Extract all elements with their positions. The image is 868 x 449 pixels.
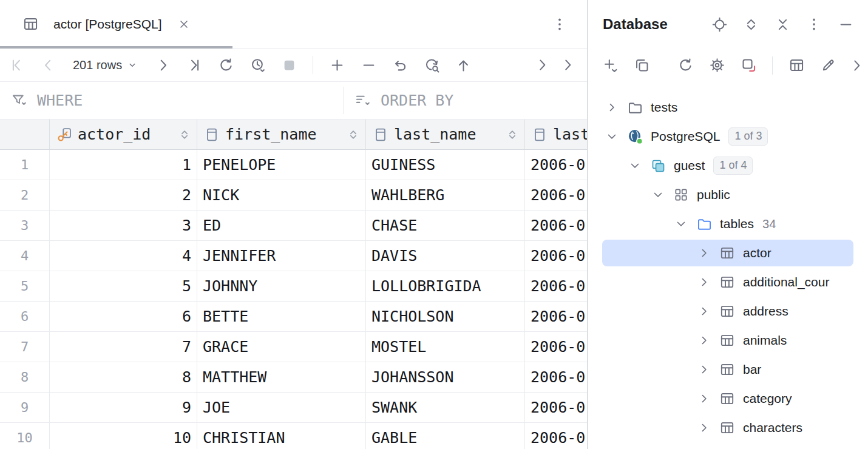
expand-all-button[interactable] — [737, 10, 765, 38]
cell-actor-id[interactable]: 4 — [50, 241, 197, 271]
duplicate-button[interactable] — [628, 52, 656, 79]
cell-last-name[interactable]: CHASE — [366, 211, 525, 240]
cell-last-update[interactable]: 2006-0 — [525, 332, 587, 362]
locate-in-tree-button[interactable] — [705, 10, 733, 38]
next-page-button[interactable] — [149, 51, 177, 79]
tree-item-guest[interactable]: guest 1 of 4 — [588, 151, 868, 180]
chevron-right-icon[interactable] — [696, 245, 713, 262]
cell-last-update[interactable]: 2006-0 — [525, 271, 587, 301]
cell-first-name[interactable]: CHRISTIAN — [197, 423, 366, 449]
toolbar-overflow-button[interactable] — [557, 51, 578, 79]
cell-first-name[interactable]: NICK — [197, 180, 366, 210]
cell-last-name[interactable]: SWANK — [366, 393, 525, 422]
tree-item-actor[interactable]: actor — [588, 238, 868, 268]
hide-tool-window-button[interactable] — [832, 10, 860, 38]
cell-first-name[interactable]: JOE — [197, 393, 366, 422]
cell-last-name[interactable]: WAHLBERG — [366, 180, 525, 210]
cell-last-name[interactable]: MOSTEL — [366, 332, 525, 362]
column-header-first-name[interactable]: first_name — [197, 120, 366, 149]
cell-actor-id[interactable]: 8 — [50, 362, 197, 392]
order-by-filter-input[interactable]: ORDER BY — [344, 82, 587, 119]
chevron-right-icon[interactable] — [603, 99, 620, 116]
cell-last-name[interactable]: JOHANSSON — [366, 362, 525, 392]
column-header-actor-id[interactable]: actor_id — [50, 120, 197, 149]
cell-actor-id[interactable]: 6 — [50, 302, 197, 331]
cell-first-name[interactable]: BETTE — [197, 302, 366, 331]
chevron-right-icon[interactable] — [696, 390, 713, 407]
table-view-button[interactable] — [782, 52, 810, 79]
row-number-cell[interactable]: 4 — [0, 241, 50, 271]
cell-last-update[interactable]: 2006-0 — [525, 423, 587, 449]
tree-item-bar[interactable]: bar — [588, 355, 868, 384]
cell-last-update[interactable]: 2006-0 — [525, 241, 587, 271]
cell-last-update[interactable]: 2006-0 — [525, 362, 587, 392]
tree-item-tables[interactable]: tables 34 — [588, 209, 868, 238]
cell-first-name[interactable]: ED — [197, 211, 366, 240]
cell-last-update[interactable]: 2006-0 — [525, 302, 587, 331]
delete-row-button[interactable] — [354, 51, 382, 79]
chevron-right-icon[interactable] — [696, 274, 713, 291]
chevron-right-icon[interactable] — [696, 419, 713, 436]
cell-first-name[interactable]: PENELOPE — [197, 150, 366, 180]
refresh-datasource-button[interactable] — [671, 52, 699, 79]
edit-button[interactable] — [814, 52, 842, 79]
cell-actor-id[interactable]: 1 — [50, 150, 197, 180]
cell-last-name[interactable]: DAVIS — [366, 241, 525, 271]
settings-button[interactable] — [703, 52, 731, 79]
cell-actor-id[interactable]: 3 — [50, 211, 197, 240]
last-page-button[interactable] — [180, 51, 208, 79]
row-number-cell[interactable]: 7 — [0, 332, 50, 362]
first-page-button[interactable] — [2, 51, 30, 79]
add-row-button[interactable] — [323, 51, 351, 79]
cell-actor-id[interactable]: 9 — [50, 393, 197, 422]
close-icon[interactable] — [178, 18, 190, 30]
stop-button[interactable] — [275, 51, 303, 79]
column-header-last-update[interactable]: last_update — [525, 120, 587, 149]
tree-item-characters[interactable]: characters — [588, 413, 868, 442]
row-number-cell[interactable]: 9 — [0, 393, 50, 422]
cell-last-update[interactable]: 2006-0 — [525, 150, 587, 180]
cell-first-name[interactable]: GRACE — [197, 332, 366, 362]
submit-button[interactable] — [449, 51, 477, 79]
tree-item-category[interactable]: category — [588, 384, 868, 413]
row-number-cell[interactable]: 5 — [0, 271, 50, 301]
tab-actor-postgresql[interactable]: actor [PostgreSQL] — [0, 0, 200, 48]
tree-item-public[interactable]: public — [588, 180, 868, 209]
cell-last-name[interactable]: GUINESS — [366, 150, 525, 180]
chevron-right-icon[interactable] — [696, 303, 713, 320]
column-header-last-name[interactable]: last_name — [366, 120, 525, 149]
tree-item-animals[interactable]: animals — [588, 326, 868, 355]
row-number-cell[interactable]: 1 — [0, 150, 50, 180]
cell-first-name[interactable]: MATTHEW — [197, 362, 366, 392]
row-number-cell[interactable]: 3 — [0, 211, 50, 240]
chevron-down-icon[interactable] — [603, 128, 620, 145]
chevron-down-icon[interactable] — [673, 215, 690, 232]
chevron-right-icon[interactable] — [696, 332, 713, 349]
rows-count-dropdown[interactable]: 201 rows — [66, 51, 145, 79]
preview-changes-button[interactable] — [418, 51, 446, 79]
tree-item-tests[interactable]: tests — [588, 93, 868, 122]
chevron-down-icon[interactable] — [649, 186, 666, 203]
reload-data-button[interactable] — [212, 51, 240, 79]
cell-actor-id[interactable]: 2 — [50, 180, 197, 210]
row-number-cell[interactable]: 10 — [0, 423, 50, 449]
tree-item-postgresql[interactable]: PostgreSQL 1 of 3 — [588, 122, 868, 151]
row-number-header[interactable] — [0, 120, 50, 149]
collapse-all-button[interactable] — [768, 10, 796, 38]
chevron-right-icon[interactable] — [696, 361, 713, 378]
row-number-cell[interactable]: 8 — [0, 362, 50, 392]
previous-page-button[interactable] — [34, 51, 62, 79]
cell-first-name[interactable]: JOHNNY — [197, 271, 366, 301]
new-datasource-button[interactable] — [596, 52, 624, 79]
tool-window-options-button[interactable] — [800, 10, 828, 38]
cell-actor-id[interactable]: 7 — [50, 332, 197, 362]
cell-last-name[interactable]: GABLE — [366, 423, 525, 449]
datasource-properties-button[interactable] — [734, 52, 762, 79]
chevron-down-icon[interactable] — [626, 157, 643, 174]
cell-last-update[interactable]: 2006-0 — [525, 393, 587, 422]
cell-first-name[interactable]: JENNIFER — [197, 241, 366, 271]
cell-last-update[interactable]: 2006-0 — [525, 211, 587, 240]
where-filter-input[interactable]: WHERE — [0, 82, 343, 119]
tree-item-additional-cour[interactable]: additional_cour — [588, 268, 868, 297]
toolbar-more-button[interactable] — [846, 52, 867, 79]
